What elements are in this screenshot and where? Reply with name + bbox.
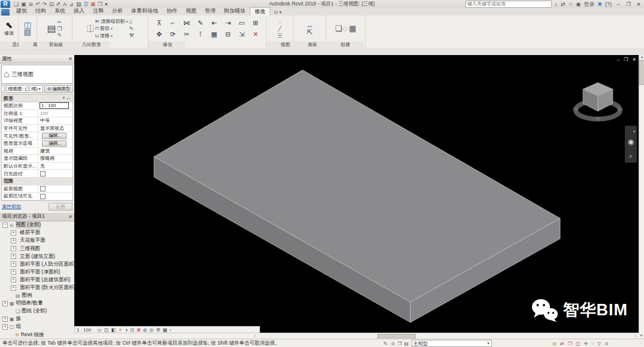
tree-expander-icon[interactable]: + — [2, 316, 8, 322]
modify-tool-icon[interactable]: ✥ — [152, 29, 166, 40]
view-scale[interactable]: 1 : 100 — [77, 327, 91, 333]
properties-tool-icon[interactable]: ◫ — [24, 22, 31, 28]
tree-expander-icon[interactable]: + — [11, 230, 16, 236]
scrollbar-corner[interactable]: ▼ — [639, 333, 644, 339]
ribbon-tab[interactable]: 体量和场地 — [127, 7, 162, 16]
close-button[interactable]: ✕ — [635, 1, 642, 7]
tree-item[interactable]: + 面积平面 (人防分区面积) — [0, 260, 74, 268]
zoom-magnifier-icon[interactable]: ⌕ — [629, 153, 633, 160]
view-control-icon[interactable]: ▭ — [97, 327, 102, 333]
qat-tool-icon[interactable]: ↶ — [35, 1, 40, 8]
modify-tool-button[interactable]: ⬉ 修改 — [4, 20, 14, 36]
property-row[interactable]: 视图比例 1 : 100 — [2, 102, 72, 110]
revit-app-menu-icon[interactable]: R — [1, 1, 10, 8]
property-value[interactable]: 按规程 — [38, 155, 72, 162]
qat-tool-icon[interactable]: ❐ — [98, 1, 102, 8]
ribbon-tab[interactable]: 附加模块 — [220, 7, 250, 16]
view-tool-icon[interactable]: ◌ — [278, 19, 281, 25]
selection-toggle-icon[interactable]: ❒ — [568, 341, 572, 346]
tree-expander-icon[interactable]: + — [11, 254, 16, 259]
ribbon-tab[interactable]: 注释 — [89, 7, 108, 16]
modify-tool-icon[interactable]: ✕ — [249, 29, 262, 40]
instance-selector[interactable]: 三维视图: (三维) ▼ — [1, 85, 43, 93]
tree-item[interactable]: ⧉ Revit 链接 — [0, 331, 74, 339]
geometry-side-icon[interactable]: ⚒ — [129, 32, 134, 38]
property-value[interactable]: 无 — [38, 163, 72, 169]
tree-expander-icon[interactable] — [8, 332, 14, 337]
modify-tool-icon[interactable]: ▭ — [235, 17, 249, 29]
view-close-icon[interactable]: ✕ — [632, 57, 636, 62]
view-tool-icon[interactable]: ╱ — [278, 26, 281, 32]
panel-measure-label[interactable]: 测量 — [294, 41, 330, 48]
panel-geometry-label[interactable]: 几何图形 — [72, 41, 109, 48]
tree-expander-icon[interactable]: − — [2, 223, 8, 228]
steering-wheel-icon[interactable]: ◉ — [628, 138, 634, 146]
modify-tool-icon[interactable]: ⇲ — [235, 29, 249, 40]
view-control-icon[interactable]: ▦ — [163, 327, 168, 333]
modify-tool-icon[interactable]: ✎ — [193, 17, 207, 29]
modify-tool-icon[interactable]: ⊼ — [152, 17, 166, 29]
panel-create-label[interactable]: 创建 — [326, 41, 363, 48]
tree-item[interactable]: + 面积平面 (总建筑面积) — [0, 276, 74, 284]
properties-tool-icon[interactable]: ▤ — [24, 29, 31, 35]
help-icon[interactable]: (?) — [605, 1, 612, 8]
property-row[interactable]: 裁剪视图 — [2, 185, 72, 193]
navbar-close-icon[interactable]: ✕ — [633, 129, 636, 133]
slab-3d-model[interactable] — [74, 55, 639, 333]
geometry-side-icon[interactable]: ⌻ — [129, 19, 134, 25]
property-value[interactable] — [38, 193, 72, 199]
view-control-icon[interactable]: ⊠ — [137, 327, 141, 333]
clipboard-tool-icon[interactable]: ✂ — [58, 19, 62, 25]
qat-tool-icon[interactable]: A — [63, 1, 66, 8]
view-restore-icon[interactable]: ❐ — [624, 57, 628, 62]
qat-tool-icon[interactable]: ✐ — [56, 1, 61, 8]
tree-expander-icon[interactable]: + — [2, 301, 8, 306]
property-row[interactable]: 比例值 1: 100 — [2, 110, 72, 118]
property-row[interactable]: 详细程度 中等 — [2, 117, 72, 125]
property-row[interactable]: 规程 建筑 — [2, 148, 72, 156]
tree-item[interactable]: − ◎ 视图 (全部) — [0, 221, 74, 229]
ribbon-collapse-icon[interactable]: ⊡ ▾ — [274, 9, 282, 16]
selection-toggle-icon[interactable]: ○ — [591, 341, 594, 346]
property-value[interactable] — [38, 171, 72, 176]
view-control-icon[interactable]: ‹ — [170, 327, 171, 333]
modify-tool-icon[interactable]: ⋈ — [180, 17, 193, 29]
measure-tool-icon[interactable]: ⇱ — [307, 29, 313, 35]
viewcube[interactable] — [570, 72, 625, 134]
tree-item[interactable]: + 面积平面 (防火分区面积) — [0, 284, 74, 291]
property-row[interactable]: 范围 — [2, 178, 72, 185]
qat-tool-icon[interactable]: ▾ — [105, 1, 108, 8]
qat-tool-icon[interactable]: ⊡ — [49, 1, 54, 8]
geometry-tool[interactable]: ⋉ 连接端切割 ▾ — [95, 18, 128, 25]
clipboard-tool-icon[interactable]: ✎ — [58, 32, 62, 38]
view-minimize-icon[interactable]: ‒ — [617, 57, 619, 62]
modify-tool-icon[interactable]: ▦ — [207, 29, 221, 40]
view-tool-icon[interactable]: ☰ — [277, 33, 282, 39]
selection-toggle-icon[interactable]: ⇄ — [560, 341, 564, 346]
search-icon[interactable]: ⌕ — [555, 1, 558, 8]
measure-tool-icon[interactable]: ↔ — [306, 22, 313, 28]
properties-help-link[interactable]: 属性帮助 — [2, 203, 21, 210]
property-value[interactable]: 建筑 — [38, 148, 72, 154]
tree-item[interactable]: + 立面 (建筑立面) — [0, 252, 74, 260]
view-control-icon[interactable]: ◧ — [111, 327, 116, 333]
browser-title-bar[interactable]: 项目浏览器 - 项目1 ✕ — [0, 213, 74, 221]
property-value[interactable]: 显示原状态 — [38, 125, 72, 132]
tree-item[interactable]: + 楼层平面 — [0, 229, 74, 237]
qat-tool-icon[interactable]: ⊿ — [69, 1, 74, 8]
tree-item[interactable]: ▤ 图例 — [0, 292, 74, 300]
tree-item[interactable]: + 面积平面 (净面积) — [0, 268, 74, 276]
filter-icon[interactable]: ▽ — [597, 341, 601, 346]
property-value[interactable]: 1 : 100 — [40, 102, 69, 109]
qat-tool-icon[interactable]: ☰ — [83, 1, 88, 8]
editable-only-icon[interactable]: ✎ — [383, 341, 388, 346]
tree-expander-icon[interactable]: + — [11, 261, 16, 267]
tree-expander-icon[interactable] — [8, 309, 14, 314]
selection-toggle-icon[interactable]: ◍ — [552, 341, 557, 346]
panel-clipboard-label[interactable]: 剪贴板 — [37, 41, 74, 48]
create-tool-icon[interactable]: ▦ — [349, 26, 356, 32]
property-value[interactable] — [38, 186, 72, 191]
search-input[interactable] — [465, 1, 552, 8]
modify-tool-icon[interactable]: ✂ — [180, 29, 193, 40]
pin-icon[interactable]: ✶ ︿ — [62, 95, 71, 101]
